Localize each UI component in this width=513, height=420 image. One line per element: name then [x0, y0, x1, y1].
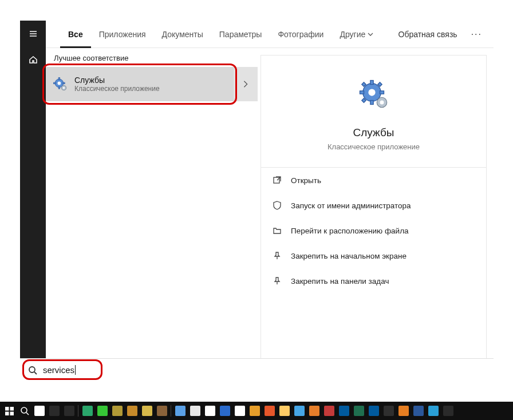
svg-rect-12: [370, 101, 373, 105]
taskbar-app-12[interactable]: [188, 403, 202, 419]
taskbar-app-0[interactable]: [32, 403, 46, 419]
taskbar-search-button[interactable]: [17, 403, 31, 419]
taskbar-app-16[interactable]: [247, 403, 262, 419]
more-options-button[interactable]: ···: [465, 29, 488, 39]
app-icon: [157, 406, 167, 416]
feedback-link[interactable]: Обратная связь: [390, 30, 465, 39]
taskbar-app-9[interactable]: [155, 403, 169, 419]
taskbar-app-23[interactable]: [352, 403, 366, 419]
pin-icon: [273, 251, 282, 260]
result-details-pane: Службы Классическое приложение Открыть З…: [261, 55, 487, 375]
svg-rect-24: [10, 407, 14, 411]
taskbar-app-7[interactable]: [125, 403, 139, 419]
taskbar-app-27[interactable]: [411, 403, 425, 419]
hamburger-menu-button[interactable]: [20, 21, 46, 46]
taskbar-app-11[interactable]: [173, 403, 187, 419]
app-icon: [97, 406, 108, 416]
taskbar-app-2[interactable]: [62, 403, 76, 419]
taskbar-app-18[interactable]: [277, 403, 291, 419]
app-icon: [294, 406, 305, 416]
app-icon: [220, 406, 230, 416]
taskbar-app-21[interactable]: [322, 403, 336, 419]
open-icon: [273, 176, 282, 185]
taskbar-app-20[interactable]: [307, 403, 321, 419]
tab-all[interactable]: Все: [60, 21, 91, 48]
action-pin-to-start[interactable]: Закрепить на начальном экране: [261, 243, 486, 268]
svg-rect-5: [54, 82, 56, 84]
app-icon: [339, 406, 349, 416]
app-icon: [205, 406, 215, 416]
taskbar-app-8[interactable]: [140, 403, 154, 419]
svg-point-20: [380, 101, 384, 105]
app-icon: [142, 406, 152, 416]
action-pin-taskbar-label: Закрепить на панели задач: [291, 277, 389, 286]
svg-rect-23: [5, 407, 9, 411]
result-subtitle: Классическое приложение: [74, 85, 160, 93]
action-open-file-location[interactable]: Перейти к расположению файла: [261, 218, 486, 243]
app-icon: [250, 406, 260, 416]
svg-point-8: [63, 87, 65, 89]
tab-apps[interactable]: Приложения: [91, 21, 154, 48]
action-run-as-admin[interactable]: Запуск от имени администратора: [261, 193, 486, 218]
action-location-label: Перейти к расположению файла: [291, 227, 409, 235]
home-button[interactable]: [20, 46, 46, 72]
chevron-down-icon: [368, 31, 373, 37]
result-title: Службы: [74, 76, 160, 85]
app-icon: [64, 406, 74, 416]
app-icon: [34, 406, 45, 416]
app-icon: [398, 406, 409, 416]
taskbar-app-29[interactable]: [441, 403, 455, 419]
app-icon: [82, 406, 93, 416]
app-icon: [384, 406, 394, 416]
taskbar-app-icons: [32, 403, 455, 419]
taskbar-app-4[interactable]: [80, 403, 94, 419]
svg-point-22: [29, 367, 35, 373]
start-button[interactable]: [2, 403, 17, 419]
action-pin-to-taskbar[interactable]: Закрепить на панели задач: [261, 268, 486, 294]
taskbar-app-24[interactable]: [366, 403, 381, 419]
app-icon: [279, 406, 290, 416]
app-icon: [175, 406, 186, 416]
action-admin-label: Запуск от имени администратора: [291, 201, 411, 210]
result-services[interactable]: Службы Классическое приложение: [46, 67, 234, 101]
taskbar-app-17[interactable]: [262, 403, 277, 419]
taskbar-app-28[interactable]: [426, 403, 440, 419]
result-expand-arrow[interactable]: [234, 67, 258, 101]
app-icon: [127, 406, 137, 416]
services-gear-icon: [53, 77, 68, 92]
taskbar-app-13[interactable]: [203, 403, 217, 419]
svg-point-27: [21, 407, 27, 413]
details-actions-list: Открыть Запуск от имени администратора П…: [261, 167, 486, 294]
action-open-label: Открыть: [291, 176, 321, 185]
taskbar-separator: [78, 405, 78, 417]
tab-more[interactable]: Другие: [332, 21, 381, 48]
taskbar-app-22[interactable]: [337, 403, 351, 419]
app-icon: [265, 406, 275, 416]
tab-photos[interactable]: Фотографии: [270, 21, 332, 48]
action-open[interactable]: Открыть: [261, 168, 486, 193]
pin-icon: [273, 276, 282, 286]
taskbar-app-6[interactable]: [110, 403, 124, 419]
search-filter-tabs: Все Приложения Документы Параметры Фотог…: [46, 21, 494, 48]
svg-rect-25: [5, 411, 9, 415]
taskbar-app-1[interactable]: [47, 403, 61, 419]
taskbar-app-26[interactable]: [396, 403, 411, 419]
windows-search-panel: Все Приложения Документы Параметры Фотог…: [20, 21, 494, 381]
taskbar-app-15[interactable]: [232, 403, 247, 419]
app-icon: [190, 406, 200, 416]
taskbar-app-25[interactable]: [381, 403, 396, 419]
taskbar-app-19[interactable]: [292, 403, 306, 419]
svg-rect-13: [360, 91, 364, 94]
taskbar-app-5[interactable]: [95, 403, 109, 419]
taskbar-separator: [171, 405, 171, 417]
search-input-bar[interactable]: services: [20, 358, 494, 381]
shield-icon: [273, 201, 282, 210]
tab-documents[interactable]: Документы: [154, 21, 211, 48]
app-icon: [369, 406, 379, 416]
svg-rect-4: [58, 87, 60, 89]
best-match-result-row: Службы Классическое приложение: [46, 67, 258, 101]
app-icon: [235, 406, 245, 416]
svg-rect-21: [274, 177, 279, 183]
taskbar-app-14[interactable]: [218, 403, 232, 419]
tab-settings[interactable]: Параметры: [211, 21, 270, 48]
